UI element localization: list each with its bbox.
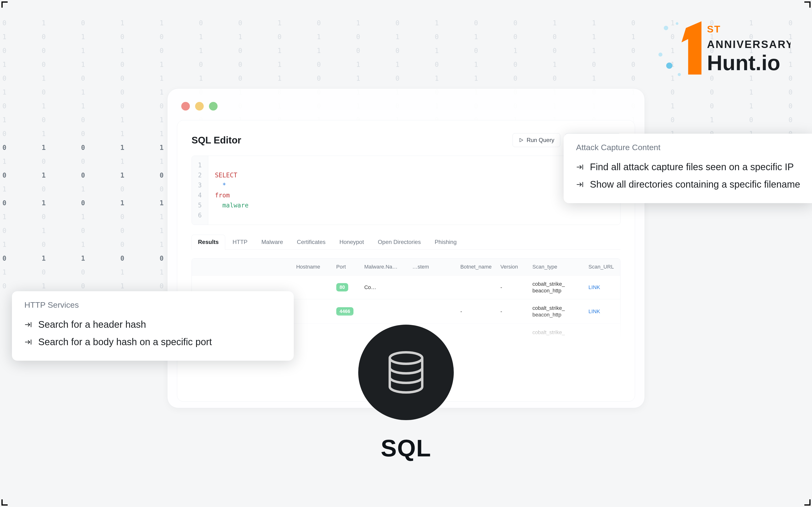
column-header [192, 262, 248, 272]
query-template-item[interactable]: Find all attack capture files seen on a … [576, 158, 805, 176]
editor-gutter: 1 2 3 4 5 6 [192, 156, 208, 225]
run-query-label: Run Query [527, 137, 554, 144]
insert-icon [576, 163, 584, 171]
port-badge: 4466 [336, 307, 354, 316]
column-header: Hostname [292, 259, 332, 275]
tab-http[interactable]: HTTP [226, 235, 254, 250]
port-badge: 80 [336, 283, 348, 291]
play-icon [519, 137, 524, 143]
editor-code[interactable]: SELECT * from malware [208, 156, 255, 225]
query-template-label: Show all directories containing a specif… [590, 179, 800, 190]
traffic-lights [177, 99, 635, 120]
svg-point-1 [675, 22, 678, 25]
query-template-label: Find all attack capture files seen on a … [590, 162, 794, 172]
http-services-card: HTTP Services Search for a header hashSe… [12, 291, 294, 361]
svg-point-0 [664, 26, 668, 30]
insert-icon [576, 181, 584, 188]
tab-open-directories[interactable]: Open Directories [371, 235, 427, 250]
scan-url-link[interactable]: LINK [589, 308, 600, 315]
query-template-item[interactable]: Search for a body hash on a specific por… [24, 333, 281, 351]
svg-point-4 [678, 73, 681, 76]
insert-icon [24, 338, 32, 346]
corner-tick-bl [1, 499, 8, 506]
database-icon-circle [358, 325, 454, 420]
svg-point-8 [390, 352, 422, 364]
maximize-window-button[interactable] [209, 102, 218, 111]
table-header-row: HostnamePortMalware.Na……stemBotnet_nameV… [192, 259, 620, 275]
svg-point-3 [666, 63, 672, 69]
corner-tick-tr [804, 1, 811, 8]
logo-svg: ST ANNIVERSARY Hunt.io [657, 19, 791, 81]
column-header: …stem [408, 259, 456, 275]
tab-malware[interactable]: Malware [255, 235, 289, 250]
column-header: Port [332, 259, 360, 275]
column-header: Scan_type [528, 259, 584, 275]
database-icon [382, 348, 430, 396]
minimize-window-button[interactable] [195, 102, 204, 111]
column-header: Version [496, 259, 528, 275]
code-editor[interactable]: 1 2 3 4 5 6 SELECT * from malware [192, 156, 620, 225]
corner-tick-br [804, 499, 811, 506]
sql-label: SQL [358, 435, 454, 462]
attack-capture-card: Attack Capture Content Find all attack c… [563, 134, 812, 203]
query-template-label: Search for a body hash on a specific por… [38, 337, 212, 347]
sql-emblem: SQL [358, 325, 454, 462]
anniversary-logo: ST ANNIVERSARY Hunt.io [657, 19, 791, 81]
svg-text:Hunt.io: Hunt.io [707, 51, 780, 75]
scan-url-link[interactable]: LINK [589, 284, 600, 290]
run-query-button[interactable]: Run Query [512, 133, 560, 147]
column-header: Malware.Na… [360, 259, 408, 275]
tab-results[interactable]: Results [192, 235, 225, 250]
column-header: Botnet_name [456, 259, 496, 275]
tab-honeypot[interactable]: Honeypot [333, 235, 370, 250]
tab-phishing[interactable]: Phishing [428, 235, 463, 250]
close-window-button[interactable] [181, 102, 190, 111]
result-tabs: ResultsHTTPMalwareCertificatesHoneypotOp… [192, 234, 620, 250]
insert-icon [24, 321, 32, 329]
attack-capture-title: Attack Capture Content [576, 143, 805, 152]
column-header: Scan_URL [584, 259, 620, 275]
panel-title: SQL Editor [192, 135, 241, 146]
svg-text:ST: ST [707, 23, 721, 35]
query-template-label: Search for a header hash [38, 319, 146, 330]
column-header [248, 262, 292, 272]
query-template-item[interactable]: Search for a header hash [24, 316, 281, 333]
svg-text:ANNIVERSARY: ANNIVERSARY [707, 39, 791, 50]
svg-point-2 [658, 53, 662, 57]
tab-certificates[interactable]: Certificates [290, 235, 332, 250]
query-template-item[interactable]: Show all directories containing a specif… [576, 176, 805, 193]
corner-tick-tl [1, 1, 8, 8]
http-services-title: HTTP Services [24, 300, 281, 309]
